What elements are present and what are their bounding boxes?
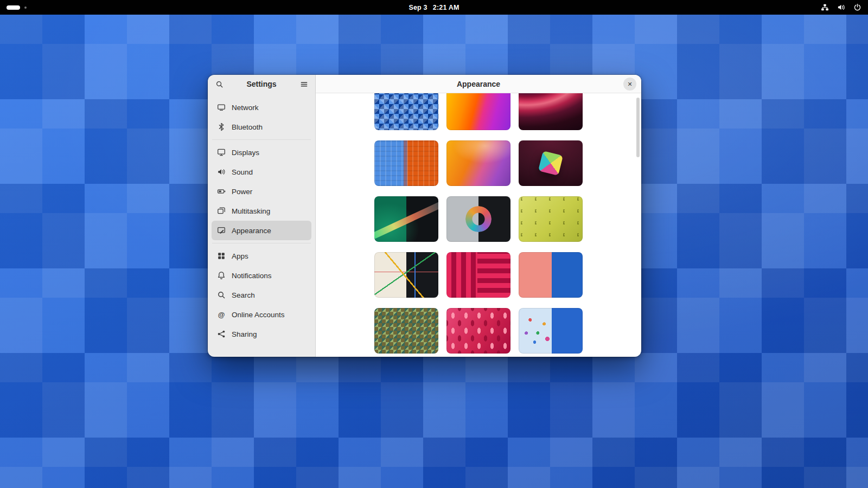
sidebar-item-bluetooth[interactable]: Bluetooth: [212, 117, 311, 137]
workspace-pill: [7, 5, 20, 10]
color-cube-graphic: [538, 151, 563, 176]
wallpaper-green-wave[interactable]: [374, 196, 438, 242]
close-button[interactable]: ✕: [623, 78, 636, 91]
wallpaper-multicolor-mosaic[interactable]: [374, 308, 438, 354]
wallpaper-gradient-ring[interactable]: [446, 196, 510, 242]
sidebar-item-label: Displays: [232, 149, 259, 157]
wallpaper-blue-orange-glitch[interactable]: [374, 140, 438, 186]
sidebar-item-label: Bluetooth: [232, 123, 263, 131]
network-icon[interactable]: [821, 3, 829, 11]
wallpaper-metro-map[interactable]: [374, 252, 438, 298]
bluetooth-icon: [217, 123, 226, 131]
sidebar-item-label: Sharing: [232, 330, 257, 338]
sidebar-item-label: Search: [232, 291, 255, 299]
wallpaper-yellow-doodles[interactable]: [519, 196, 583, 242]
sidebar-item-notifications[interactable]: Notifications: [212, 266, 311, 285]
power-icon: [217, 187, 226, 196]
sidebar-item-label: Notifications: [232, 272, 272, 280]
search-icon: [217, 291, 226, 299]
volume-icon[interactable]: [837, 3, 845, 11]
sidebar-item-apps[interactable]: Apps: [212, 246, 311, 266]
wallpaper-orange-purple-silk[interactable]: [446, 140, 510, 186]
sidebar-item-label: Appearance: [232, 227, 271, 235]
svg-text:@: @: [218, 311, 225, 319]
clock-date: Sep 3: [409, 4, 427, 11]
multitasking-icon: [217, 207, 226, 215]
appearance-icon: [217, 226, 226, 235]
sound-icon: [217, 168, 226, 176]
wallpaper-salmon-blue-split[interactable]: [519, 252, 583, 298]
sidebar-item-label: Power: [232, 188, 252, 196]
power-icon[interactable]: [853, 3, 861, 11]
sidebar-item-appearance[interactable]: Appearance: [212, 221, 311, 240]
wallpaper-blue-triangle-mosaic[interactable]: [374, 93, 438, 130]
clock[interactable]: Sep 3 2:21 AM: [409, 4, 459, 11]
settings-window: Settings NetworkBluetoothDisplaysSoundPo…: [208, 75, 641, 357]
sidebar-item-sound[interactable]: Sound: [212, 162, 311, 182]
displays-icon: [217, 148, 226, 157]
sidebar-item-displays[interactable]: Displays: [212, 143, 311, 162]
wallpaper-section: [316, 93, 641, 357]
sidebar-item-network[interactable]: Network: [212, 98, 311, 117]
apps-icon: [217, 252, 226, 260]
wallpaper-pink-capsules[interactable]: [446, 308, 510, 354]
wallpaper-orange-magenta-gradient[interactable]: [446, 93, 510, 130]
sidebar: Settings NetworkBluetoothDisplaysSoundPo…: [208, 75, 316, 357]
sidebar-item-multitasking[interactable]: Multitasking: [212, 201, 311, 221]
wallpaper-dark-red-waves[interactable]: [519, 93, 583, 130]
sidebar-item-label: Apps: [232, 252, 248, 260]
search-button[interactable]: [212, 77, 226, 91]
sidebar-separator: [212, 139, 311, 140]
sidebar-item-power[interactable]: Power: [212, 182, 311, 201]
content-pane: Appearance ✕: [316, 75, 641, 357]
sidebar-item-label: Online Accounts: [232, 311, 285, 319]
wallpaper-grid: [374, 93, 583, 354]
sidebar-separator: [212, 243, 311, 243]
sidebar-item-online-accounts[interactable]: @Online Accounts: [212, 305, 311, 324]
content-header: Appearance ✕: [316, 75, 641, 93]
wallpaper-color-cube[interactable]: [519, 140, 583, 186]
workspace-dot: [24, 7, 27, 9]
sidebar-list: NetworkBluetoothDisplaysSoundPowerMultit…: [208, 93, 315, 344]
clock-time: 2:21 AM: [433, 4, 459, 11]
wallpaper-confetti-blue-split[interactable]: [519, 308, 583, 354]
online-accounts-icon: @: [217, 310, 226, 319]
sharing-icon: [217, 330, 226, 338]
green-wave-graphic: [374, 198, 438, 242]
sidebar-item-label: Multitasking: [232, 207, 270, 215]
gradient-ring-graphic: [465, 206, 492, 232]
scrollbar-thumb[interactable]: [636, 98, 640, 157]
activities-indicator[interactable]: [7, 5, 27, 10]
notifications-icon: [217, 271, 226, 280]
system-status-area[interactable]: [821, 3, 861, 11]
wallpaper-red-stripes[interactable]: [446, 252, 510, 298]
sidebar-item-label: Sound: [232, 168, 253, 176]
network-icon: [217, 103, 226, 112]
sidebar-item-search[interactable]: Search: [212, 285, 311, 305]
page-title: Appearance: [457, 80, 500, 88]
top-bar: Sep 3 2:21 AM: [0, 0, 868, 15]
sidebar-header: Settings: [208, 75, 315, 93]
sidebar-item-sharing[interactable]: Sharing: [212, 324, 311, 344]
sidebar-item-label: Network: [232, 104, 259, 112]
menu-button[interactable]: [297, 77, 311, 91]
